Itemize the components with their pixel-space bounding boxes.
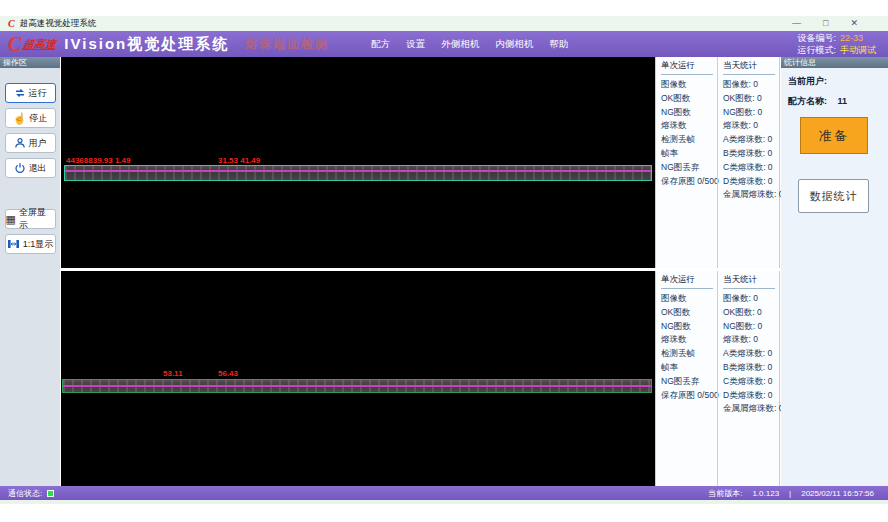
brand-text: 超高速 bbox=[22, 37, 57, 52]
stat-row: NG图数 bbox=[661, 106, 717, 120]
fullscreen-button[interactable]: ▦ 全屏显示 bbox=[5, 209, 56, 229]
device-info: 设备编号:22-33 运行模式:手动调试 bbox=[797, 32, 876, 56]
exit-button-label: 退出 bbox=[29, 162, 47, 175]
stats-panel-bottom: 单次运行 图像数OK图数NG图数熔珠数检测丢帧帧率NG图丢弃保存原图 0/500… bbox=[655, 271, 780, 486]
stat-row: 图像数: 0 bbox=[723, 292, 779, 306]
outer-camera-view[interactable]: 44368839.93 1.49 31.53 41.49 bbox=[61, 57, 655, 268]
operation-sidebar: 操作区 运行 ☝ 停止 用户 退出 ▦ 全屏显示 bbox=[0, 57, 60, 486]
weld-strip-image bbox=[62, 379, 652, 393]
exit-button[interactable]: 退出 bbox=[5, 158, 56, 178]
stat-row: NG图数: 0 bbox=[723, 320, 779, 334]
stat-row: 熔珠数: 0 bbox=[723, 333, 779, 347]
stat-row: 检测丢帧 bbox=[661, 347, 717, 361]
stat-row: A类熔珠数: 0 bbox=[723, 133, 779, 147]
single-run-title: 单次运行 bbox=[661, 274, 713, 289]
menu-bar: 配方 设置 外侧相机 内侧相机 帮助 bbox=[371, 38, 568, 51]
menu-help[interactable]: 帮助 bbox=[549, 38, 568, 51]
app-subtitle: 熔珠端面检测 bbox=[245, 36, 329, 53]
measurement-annotation: 53.11 bbox=[163, 369, 183, 378]
run-button-label: 运行 bbox=[29, 87, 47, 100]
current-user-row: 当前用户: bbox=[788, 75, 888, 88]
app-logo-icon: C bbox=[8, 18, 15, 29]
stat-row: B类熔珠数: 0 bbox=[723, 361, 779, 375]
statistics-info-panel: 统计信息 当前用户: 配方名称: 11 准备 数据统计 bbox=[781, 57, 888, 486]
strip-texture bbox=[65, 166, 651, 180]
device-number-value: 22-33 bbox=[840, 33, 863, 43]
status-bar: 通信状态: 当前版本: 1.0.123 | 2025/02/11 16:57:5… bbox=[0, 486, 888, 500]
minimize-icon[interactable]: — bbox=[792, 19, 801, 28]
stat-row: NG图丢弃 bbox=[661, 375, 717, 389]
stat-row: 图像数: 0 bbox=[723, 78, 779, 92]
stat-row: 金属屑熔珠数: 0 bbox=[723, 188, 779, 202]
recipe-name-value: 11 bbox=[838, 96, 848, 106]
weld-strip-image bbox=[64, 165, 652, 181]
user-button-label: 用户 bbox=[29, 137, 47, 150]
one-to-one-button[interactable]: 1:1显示 bbox=[5, 234, 56, 254]
menu-outer-camera[interactable]: 外侧相机 bbox=[441, 38, 479, 51]
device-number-label: 设备编号: bbox=[797, 33, 836, 43]
stat-row: 保存原图 0/500 bbox=[661, 389, 717, 403]
stat-row: 金属屑熔珠数: 0 bbox=[723, 402, 779, 416]
single-run-rows: 图像数OK图数NG图数熔珠数检测丢帧帧率NG图丢弃保存原图 0/500 bbox=[661, 78, 717, 188]
datetime-value: 2025/02/11 16:57:56 bbox=[801, 489, 874, 498]
menu-recipe[interactable]: 配方 bbox=[371, 38, 390, 51]
measurement-annotation: 31.53 41.49 bbox=[218, 156, 260, 165]
stat-row: 熔珠数 bbox=[661, 333, 717, 347]
current-user-label: 当前用户: bbox=[788, 76, 827, 86]
status-separator: | bbox=[789, 489, 791, 498]
measurement-annotation: 56.43 bbox=[218, 369, 238, 378]
hand-icon: ☝ bbox=[13, 113, 27, 124]
window-title: 超高速视觉处理系统 bbox=[20, 18, 97, 30]
stat-row: D类熔珠数: 0 bbox=[723, 389, 779, 403]
comm-status-indicator bbox=[47, 490, 54, 497]
version-label: 当前版本: bbox=[708, 488, 742, 499]
info-panel-title: 统计信息 bbox=[781, 57, 888, 68]
stat-row: C类熔珠数: 0 bbox=[723, 161, 779, 175]
stop-button[interactable]: ☝ 停止 bbox=[5, 108, 56, 128]
daily-stats-column: 当天统计 图像数: 0OK图数: 0NG图数: 0熔珠数: 0A类熔珠数: 0B… bbox=[717, 271, 779, 486]
stat-row: OK图数: 0 bbox=[723, 306, 779, 320]
one-to-one-icon bbox=[7, 238, 20, 250]
stat-row: 图像数 bbox=[661, 292, 717, 306]
brand-logo-icon: C bbox=[8, 34, 21, 54]
menu-inner-camera[interactable]: 内侧相机 bbox=[495, 38, 533, 51]
power-icon bbox=[14, 162, 26, 174]
stat-row: 帧率 bbox=[661, 147, 717, 161]
window-titlebar: C 超高速视觉处理系统 — □ ✕ bbox=[0, 16, 888, 31]
window-controls: — □ ✕ bbox=[792, 19, 880, 28]
stat-row: OK图数 bbox=[661, 306, 717, 320]
window-bottom-edge bbox=[0, 500, 888, 504]
data-statistics-button[interactable]: 数据统计 bbox=[798, 179, 869, 213]
fullscreen-button-label: 全屏显示 bbox=[19, 206, 55, 232]
stop-button-label: 停止 bbox=[29, 112, 47, 125]
measurement-annotation: 44368839.93 1.49 bbox=[66, 156, 131, 165]
daily-stats-rows: 图像数: 0OK图数: 0NG图数: 0熔珠数: 0A类熔珠数: 0B类熔珠数:… bbox=[723, 78, 779, 202]
menu-settings[interactable]: 设置 bbox=[406, 38, 425, 51]
run-mode-label: 运行模式: bbox=[797, 45, 836, 55]
prepare-button[interactable]: 准备 bbox=[800, 117, 868, 154]
version-value: 1.0.123 bbox=[752, 489, 779, 498]
recipe-name-label: 配方名称: bbox=[788, 96, 827, 106]
sidebar-title: 操作区 bbox=[0, 57, 60, 68]
status-bar-right: 当前版本: 1.0.123 | 2025/02/11 16:57:56 bbox=[708, 488, 880, 499]
run-button[interactable]: 运行 bbox=[5, 83, 56, 103]
single-run-column: 单次运行 图像数OK图数NG图数熔珠数检测丢帧帧率NG图丢弃保存原图 0/500 bbox=[655, 57, 717, 268]
daily-stats-rows: 图像数: 0OK图数: 0NG图数: 0熔珠数: 0A类熔珠数: 0B类熔珠数:… bbox=[723, 292, 779, 416]
daily-stats-column: 当天统计 图像数: 0OK图数: 0NG图数: 0熔珠数: 0A类熔珠数: 0B… bbox=[717, 57, 779, 268]
stat-row: B类熔珠数: 0 bbox=[723, 147, 779, 161]
app-title: IVision视觉处理系统 bbox=[64, 35, 229, 54]
inner-camera-view[interactable]: 53.11 56.43 bbox=[61, 271, 655, 486]
single-run-title: 单次运行 bbox=[661, 60, 713, 75]
maximize-icon[interactable]: □ bbox=[823, 19, 828, 28]
stat-row: NG图数 bbox=[661, 320, 717, 334]
strip-detect-line bbox=[63, 385, 651, 387]
comm-status-label: 通信状态: bbox=[8, 488, 42, 499]
stat-row: NG图数: 0 bbox=[723, 106, 779, 120]
sidebar-body: 运行 ☝ 停止 用户 退出 ▦ 全屏显示 1:1显示 bbox=[0, 68, 60, 254]
stat-row: 图像数 bbox=[661, 78, 717, 92]
close-icon[interactable]: ✕ bbox=[850, 19, 858, 28]
app-header: C 超高速 IVision视觉处理系统 熔珠端面检测 配方 设置 外侧相机 内侧… bbox=[0, 31, 888, 57]
stat-row: 熔珠数: 0 bbox=[723, 119, 779, 133]
user-button[interactable]: 用户 bbox=[5, 133, 56, 153]
stat-row: D类熔珠数: 0 bbox=[723, 175, 779, 189]
